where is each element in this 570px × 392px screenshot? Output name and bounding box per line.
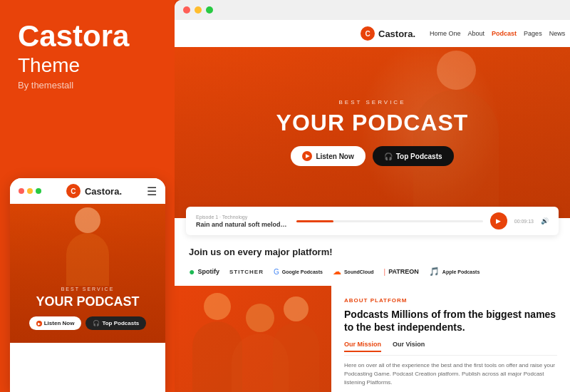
platforms-section: Join us on every major platform! ● Spoti… — [175, 235, 570, 286]
google-label: Google Podcasts — [282, 269, 323, 274]
desktop-dot-red — [183, 6, 190, 14]
spotify-icon: ● — [189, 266, 195, 277]
player-progress-fill — [296, 220, 333, 222]
mobile-logo-icon: C — [66, 184, 81, 198]
desktop-nav: C Castora. Home One About Podcast Pages … — [349, 20, 570, 47]
nav-logo-icon: C — [361, 26, 375, 41]
desktop-content: BEST SERVICE YOUR PODCAST ▶ Listen Now 🎧… — [175, 47, 570, 392]
player-track: Rain and natural soft melody track — [196, 221, 289, 228]
soundcloud-label: SoundCloud — [344, 269, 374, 274]
mobile-listen-button[interactable]: ▶ Listen Now — [29, 316, 82, 330]
desktop-badge: BEST SERVICE — [339, 99, 406, 105]
platform-spotify[interactable]: ● Spotify — [189, 266, 219, 277]
desktop-listen-label: Listen Now — [316, 153, 353, 160]
about-content: About Platform Podcasts Millions of from… — [331, 286, 570, 392]
nav-link-news[interactable]: News — [549, 30, 566, 37]
stitcher-label: STITCHER — [229, 269, 264, 275]
desktop-mockup: C Castora. Home One About Podcast Pages … — [175, 0, 570, 392]
player-episode: Episode 1 · Technology — [196, 215, 289, 220]
desktop-top-label: Top Podcasts — [396, 153, 442, 160]
nav-link-about[interactable]: About — [468, 30, 485, 37]
mobile-hero-buttons: ▶ Listen Now 🎧 Top Podcasts — [29, 316, 147, 330]
desktop-top-button[interactable]: 🎧 Top Podcasts — [373, 146, 454, 166]
mobile-headphone-icon: 🎧 — [93, 320, 100, 326]
mobile-logo: C Castora. — [66, 184, 122, 198]
desktop-listen-button[interactable]: ▶ Listen Now — [291, 146, 365, 166]
tab-mission[interactable]: Our Mission — [344, 341, 381, 352]
desktop-hero-title: YOUR PODCAST — [276, 110, 469, 136]
mobile-hero: BEST SERVICE YOUR PODCAST ▶ Listen Now 🎧… — [10, 204, 165, 343]
brand-by: By themestall — [18, 80, 157, 91]
patreon-icon: | — [384, 268, 386, 276]
mobile-menu-icon[interactable]: ☰ — [147, 185, 157, 198]
player-play-button[interactable]: ▶ — [490, 212, 507, 229]
desktop-hero-buttons: ▶ Listen Now 🎧 Top Podcasts — [291, 146, 453, 166]
mobile-hero-title: YOUR PODCAST — [36, 294, 139, 309]
nav-links: Home One About Podcast Pages News — [430, 30, 565, 37]
player-info: Episode 1 · Technology Rain and natural … — [196, 215, 289, 228]
mobile-mockup: C Castora. ☰ BEST SERVICE YOUR PODCAST ▶… — [10, 178, 165, 392]
mobile-dot-green — [36, 188, 41, 194]
nav-logo-text: Castora. — [378, 29, 415, 39]
player-time: 00:09:13 — [514, 219, 534, 224]
desktop-headphone-icon: 🎧 — [384, 153, 393, 160]
player-volume-icon[interactable]: 🔊 — [541, 217, 549, 225]
google-icon: G — [274, 268, 279, 276]
platform-apple[interactable]: 🎵 Apple Podcasts — [429, 267, 480, 277]
mobile-top-label: Top Podcasts — [102, 320, 139, 326]
spotify-label: Spotify — [197, 268, 219, 275]
patreon-label: PATREON — [388, 268, 419, 275]
desktop-dot-green — [206, 6, 213, 14]
nav-link-podcast[interactable]: Podcast — [492, 30, 517, 37]
mobile-play-icon: ▶ — [36, 321, 42, 326]
mobile-top-button[interactable]: 🎧 Top Podcasts — [86, 316, 146, 330]
left-branding-panel: Castora Theme By themestall C Castora. ☰ — [0, 0, 175, 392]
desktop-play-icon: ▶ — [302, 151, 312, 161]
audio-player: Episode 1 · Technology Rain and natural … — [186, 207, 559, 235]
desktop-titlebar — [175, 0, 570, 20]
people-art — [175, 286, 331, 392]
about-title: Podcasts Millions of from the biggest na… — [344, 308, 557, 334]
platform-google[interactable]: G Google Podcasts — [274, 268, 323, 276]
mobile-dot-yellow — [27, 188, 33, 194]
mobile-badge: BEST SERVICE — [61, 287, 115, 292]
bottom-photo: ▶ — [175, 286, 331, 392]
mobile-dot-red — [19, 188, 24, 194]
brand-subtitle: Theme — [18, 54, 157, 77]
mobile-logo-text: Castora. — [85, 186, 122, 197]
nav-logo: C Castora. — [361, 26, 415, 41]
tab-vision[interactable]: Our Vision — [393, 341, 425, 352]
about-label: About Platform — [344, 297, 557, 304]
brand-title: Castora — [18, 21, 157, 51]
nav-link-home[interactable]: Home One — [430, 30, 461, 37]
platform-stitcher[interactable]: STITCHER — [229, 269, 264, 275]
nav-link-pages[interactable]: Pages — [524, 30, 542, 37]
apple-label: Apple Podcasts — [442, 269, 480, 274]
desktop-hero: BEST SERVICE YOUR PODCAST ▶ Listen Now 🎧… — [175, 47, 570, 218]
desktop-dot-yellow — [195, 6, 202, 14]
platform-soundcloud[interactable]: ☁ SoundCloud — [333, 267, 374, 277]
mobile-window-dots — [19, 188, 41, 194]
player-progress-bar[interactable] — [296, 220, 483, 222]
apple-icon: 🎵 — [429, 267, 440, 277]
soundcloud-icon: ☁ — [333, 267, 341, 277]
about-tabs: Our Mission Our Vision — [344, 341, 557, 356]
about-text: Here on over all of the experience the b… — [344, 361, 557, 387]
platforms-title: Join us on every major platform! — [189, 247, 556, 257]
platforms-list: ● Spotify STITCHER G Google Podcasts ☁ S… — [189, 266, 556, 277]
mobile-listen-label: Listen Now — [44, 320, 75, 326]
bottom-section: ▶ About Platform Podcasts Millions of fr… — [175, 286, 570, 392]
platform-patreon[interactable]: | PATREON — [384, 268, 419, 276]
mobile-header: C Castora. ☰ — [10, 178, 165, 204]
